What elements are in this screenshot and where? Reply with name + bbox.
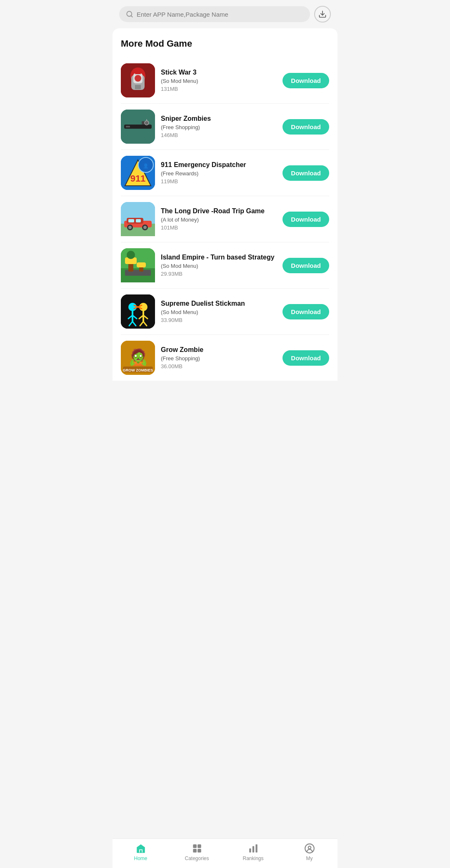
svg-rect-13 [126, 126, 130, 127]
game-name: The Long Drive -Road Trip Game [161, 207, 277, 215]
nav-item-categories[interactable]: Categories [185, 843, 210, 861]
nav-item-home[interactable]: Home [128, 843, 153, 861]
rankings-icon [248, 843, 259, 854]
home-icon [135, 843, 146, 854]
download-button-stick-war-3[interactable]: Download [282, 73, 329, 88]
game-size: 29.93MB [161, 271, 277, 277]
svg-rect-26 [136, 219, 141, 222]
list-item: The Long Drive -Road Trip Game (A lot of… [121, 196, 329, 242]
game-tag: (Free Shopping) [161, 124, 277, 130]
download-button-supreme-duelist[interactable]: Download [282, 304, 329, 319]
svg-point-14 [145, 121, 149, 125]
svg-rect-7 [135, 85, 141, 89]
svg-rect-60 [198, 844, 201, 848]
svg-rect-25 [128, 219, 134, 222]
search-bar [119, 6, 310, 22]
game-size: 33.90MB [161, 317, 277, 323]
search-input[interactable] [137, 11, 303, 18]
game-name: Supreme Duelist Stickman [161, 300, 277, 307]
download-button-sniper-zombies[interactable]: Download [282, 119, 329, 135]
svg-rect-37 [137, 262, 146, 267]
game-icon-911-emergency: 911 👤 [121, 156, 155, 190]
download-button-grow-zombie[interactable]: Download [282, 350, 329, 366]
svg-text:GROW ZOMBIES: GROW ZOMBIES [123, 368, 153, 372]
game-name: Stick War 3 [161, 69, 277, 76]
nav-item-rankings[interactable]: Rankings [241, 843, 266, 861]
game-icon-island-empire [121, 248, 155, 282]
nav-label-home: Home [134, 856, 147, 861]
svg-text:👤: 👤 [143, 163, 149, 169]
main-content: More Mod Game Stick War 3 (So Mod Menu) … [112, 28, 338, 381]
bottom-nav: Home Categories Rankings [112, 838, 338, 868]
game-tag: (A lot of Money) [161, 217, 277, 223]
game-size: 36.00MB [161, 363, 277, 369]
game-name: Island Empire - Turn based Strategy [161, 254, 277, 261]
svg-rect-63 [249, 848, 251, 853]
game-icon-long-drive [121, 202, 155, 236]
svg-point-67 [308, 846, 311, 849]
download-manager-button[interactable] [314, 6, 331, 22]
game-icon-stick-war-3 [121, 63, 155, 97]
list-item: Stick War 3 (So Mod Menu) 131MB Download [121, 57, 329, 104]
svg-point-30 [143, 226, 147, 229]
game-size: 146MB [161, 132, 277, 138]
game-tag: (So Mod Menu) [161, 78, 277, 84]
game-list: Stick War 3 (So Mod Menu) 131MB Download… [121, 57, 329, 381]
list-item: Sniper Zombies (Free Shopping) 146MB Dow… [121, 104, 329, 150]
svg-rect-61 [193, 849, 197, 853]
game-name: Grow Zombie [161, 346, 277, 354]
svg-line-1 [131, 15, 132, 17]
search-icon [126, 10, 133, 18]
game-icon-sniper-zombies [121, 110, 155, 144]
section-title: More Mod Game [121, 38, 329, 49]
svg-text:911: 911 [130, 173, 146, 184]
game-tag: (Free Shopping) [161, 355, 277, 362]
svg-rect-65 [255, 844, 257, 853]
svg-rect-62 [198, 849, 201, 853]
game-size: 131MB [161, 86, 277, 92]
svg-point-8 [135, 75, 141, 82]
nav-label-categories: Categories [185, 856, 209, 861]
categories-icon [192, 843, 202, 854]
download-button-911-emergency[interactable]: Download [282, 165, 329, 181]
download-button-island-empire[interactable]: Download [282, 258, 329, 273]
svg-point-28 [128, 226, 132, 229]
download-manager-icon [318, 10, 327, 18]
download-button-long-drive[interactable]: Download [282, 212, 329, 227]
game-name: 911 Emergency Dispatcher [161, 161, 277, 169]
game-size: 119MB [161, 178, 277, 185]
list-item: 911 👤 911 Emergency Dispatcher (Free Rew… [121, 150, 329, 196]
svg-rect-64 [252, 846, 254, 853]
nav-label-my: My [306, 856, 313, 861]
search-bar-container [112, 0, 338, 28]
svg-point-40 [128, 303, 137, 311]
game-icon-supreme-duelist [121, 294, 155, 329]
list-item: Supreme Duelist Stickman (So Mod Menu) 3… [121, 289, 329, 335]
game-tag: (So Mod Menu) [161, 309, 277, 315]
my-icon [304, 843, 315, 854]
game-tag: (Free Rewards) [161, 170, 277, 177]
nav-item-my[interactable]: My [297, 843, 322, 861]
game-tag: (So Mod Menu) [161, 263, 277, 269]
game-name: Sniper Zombies [161, 115, 277, 122]
list-item: Island Empire - Turn based Strategy (So … [121, 242, 329, 289]
svg-text:🧟: 🧟 [128, 347, 148, 367]
svg-rect-59 [193, 844, 197, 848]
nav-label-rankings: Rankings [242, 856, 263, 861]
game-size: 101MB [161, 224, 277, 231]
svg-point-46 [139, 303, 148, 311]
game-icon-grow-zombie: 🧟 GROW ZOMBIES [121, 341, 155, 375]
list-item: 🧟 GROW ZOMBIES Grow Zombie (Free Shoppin… [121, 335, 329, 381]
svg-point-38 [127, 251, 135, 259]
svg-rect-39 [121, 294, 155, 329]
